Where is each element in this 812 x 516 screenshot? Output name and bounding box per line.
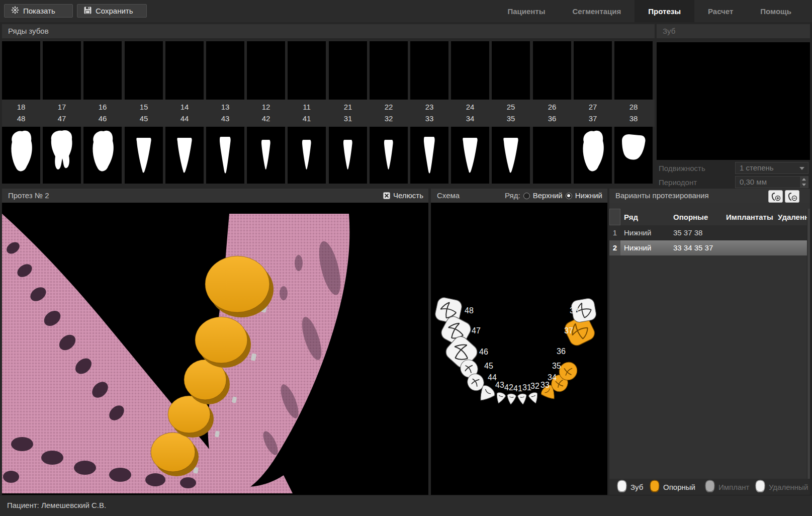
upper-tooth-thumb-14[interactable] — [165, 41, 204, 100]
upper-tooth-number: 28 — [614, 103, 653, 111]
upper-tooth-thumb-12[interactable] — [247, 41, 285, 100]
tooth-rows-panel-header: Ряды зубов — [2, 24, 655, 38]
lower-tooth-thumb-47[interactable] — [43, 127, 81, 184]
table-corner-cell — [609, 209, 620, 225]
schema-tooth-label-45: 45 — [484, 362, 493, 370]
upper-tooth-number: 16 — [83, 103, 122, 111]
save-button[interactable]: Сохранить — [77, 4, 147, 18]
lower-tooth-thumb-45[interactable] — [125, 127, 163, 184]
lower-tooth-thumb-44[interactable] — [165, 127, 204, 184]
upper-tooth-number: 15 — [125, 103, 163, 111]
upper-tooth-thumb-25[interactable] — [492, 41, 530, 100]
schema-tooth-label-33: 33 — [540, 381, 550, 389]
schema-tooth-label-42: 42 — [504, 383, 513, 392]
upper-tooth-thumb-15[interactable] — [125, 41, 163, 100]
legend-label: Опорный — [663, 483, 695, 491]
upper-tooth-thumb-24[interactable] — [451, 41, 489, 100]
lower-tooth-number: 33 — [410, 114, 448, 123]
lower-tooth-thumb-31[interactable] — [329, 127, 367, 184]
tooth-panel-header: Зуб — [657, 24, 810, 38]
upper-tooth-number: 13 — [206, 103, 244, 111]
upper-tooth-thumb-17[interactable] — [43, 41, 81, 100]
lower-tooth-thumb-46[interactable] — [83, 127, 122, 184]
table-col-header: Имплантаты — [723, 209, 774, 225]
table-scrollbar[interactable] — [807, 209, 810, 479]
floppy-icon — [84, 7, 92, 16]
upper-tooth-number: 26 — [533, 103, 571, 111]
jaw-checkbox-label: Челюсть — [393, 189, 423, 203]
dental-schema-view[interactable]: 48474645444342413132333435363738 — [431, 203, 607, 495]
periodont-value: 0,30 мм — [740, 178, 767, 186]
table-cell: 35 37 38 — [670, 225, 723, 240]
legend-label: Зуб — [630, 483, 643, 491]
save-button-label: Сохранить — [96, 7, 133, 15]
lower-tooth-thumb-35[interactable] — [492, 127, 530, 184]
table-col-header: Удаленные — [774, 209, 810, 225]
row-lower-radio[interactable] — [566, 193, 572, 199]
upper-tooth-thumb-22[interactable] — [370, 41, 408, 100]
schema-panel-header: Схема Ряд: Верхний Нижний — [431, 189, 607, 203]
tooth-3d-viewport[interactable] — [657, 42, 810, 160]
row-upper-label: Верхний — [533, 189, 563, 203]
periodont-label: Периодонт — [659, 178, 697, 187]
lower-tooth-thumb-32[interactable] — [370, 127, 408, 184]
schema-title: Схема — [437, 191, 460, 200]
schema-tooth-label-48: 48 — [465, 306, 474, 315]
tab-3[interactable]: Протезы — [635, 0, 694, 22]
table-cell: Нижний — [620, 225, 670, 240]
lower-tooth-thumb-43[interactable] — [206, 127, 244, 184]
legend-item: Удаленный — [752, 479, 808, 495]
mobility-dropdown[interactable]: 1 степень — [735, 162, 808, 174]
jaw-3d-view[interactable] — [2, 203, 428, 495]
show-button[interactable]: Показать — [4, 4, 73, 18]
table-cell: Нижний — [620, 240, 670, 255]
upper-tooth-thumb-27[interactable] — [574, 41, 612, 100]
lower-tooth-thumb-41[interactable] — [288, 127, 326, 184]
variants-title: Варианты протезирования — [615, 191, 709, 200]
spinner-buttons[interactable] — [799, 177, 808, 188]
periodont-spinbox[interactable]: 0,30 мм — [735, 176, 808, 188]
table-cell — [774, 240, 810, 255]
upper-tooth-number: 22 — [370, 103, 408, 111]
upper-tooth-thumb-21[interactable] — [329, 41, 367, 100]
tooth-icon — [616, 480, 628, 494]
lower-tooth-thumb-42[interactable] — [247, 127, 285, 184]
lower-tooth-thumb-37[interactable] — [574, 127, 612, 184]
tab-2[interactable]: Сегментация — [559, 0, 635, 22]
upper-tooth-thumb-18[interactable] — [2, 41, 40, 100]
remove-variant-button[interactable] — [785, 190, 799, 203]
toolbar: Показать Сохранить ПациентыСегментацияПр… — [0, 0, 812, 22]
periodont-row: Периодонт 0,30 мм — [657, 176, 810, 189]
lower-tooth-thumb-34[interactable] — [451, 127, 489, 184]
table-cell — [774, 225, 810, 240]
schema-tooth-label-36: 36 — [557, 347, 566, 356]
legend-label: Удаленный — [769, 483, 808, 491]
lower-tooth-thumb-48[interactable] — [2, 127, 40, 184]
lower-tooth-thumb-36[interactable] — [533, 127, 571, 184]
row-upper-radio[interactable] — [523, 193, 530, 199]
lower-tooth-number: 45 — [125, 114, 163, 123]
table-col-header: Ряд — [620, 209, 670, 225]
upper-tooth-thumb-16[interactable] — [83, 41, 122, 100]
lower-tooth-number: 36 — [533, 114, 571, 123]
gear-icon — [11, 6, 19, 16]
schema-tooth-label-37: 37 — [564, 326, 573, 335]
upper-tooth-thumb-28[interactable] — [614, 41, 653, 100]
lower-tooth-number: 32 — [370, 114, 408, 123]
prosthesis-title: Протез № 2 — [8, 191, 49, 200]
upper-tooth-thumb-23[interactable] — [410, 41, 448, 100]
variants-panel-body: РядОпорныеИмплантатыУдаленные1Нижний35 3… — [609, 203, 810, 495]
tab-4[interactable]: Расчет — [694, 0, 747, 22]
upper-tooth-thumb-13[interactable] — [206, 41, 244, 100]
tab-5[interactable]: Помощь — [747, 0, 805, 22]
legend: ЗубОпорныйИмплантУдаленный — [609, 479, 810, 495]
lower-tooth-number: 31 — [329, 114, 367, 123]
lower-tooth-thumb-38[interactable] — [614, 127, 653, 184]
tab-1[interactable]: Пациенты — [494, 0, 559, 22]
lower-tooth-thumb-33[interactable] — [410, 127, 448, 184]
add-variant-button[interactable] — [768, 190, 783, 203]
jaw-checkbox[interactable] — [383, 192, 390, 199]
upper-tooth-thumb-26[interactable] — [533, 41, 571, 100]
schema-tooth-label-35: 35 — [552, 362, 561, 370]
upper-tooth-thumb-11[interactable] — [288, 41, 326, 100]
